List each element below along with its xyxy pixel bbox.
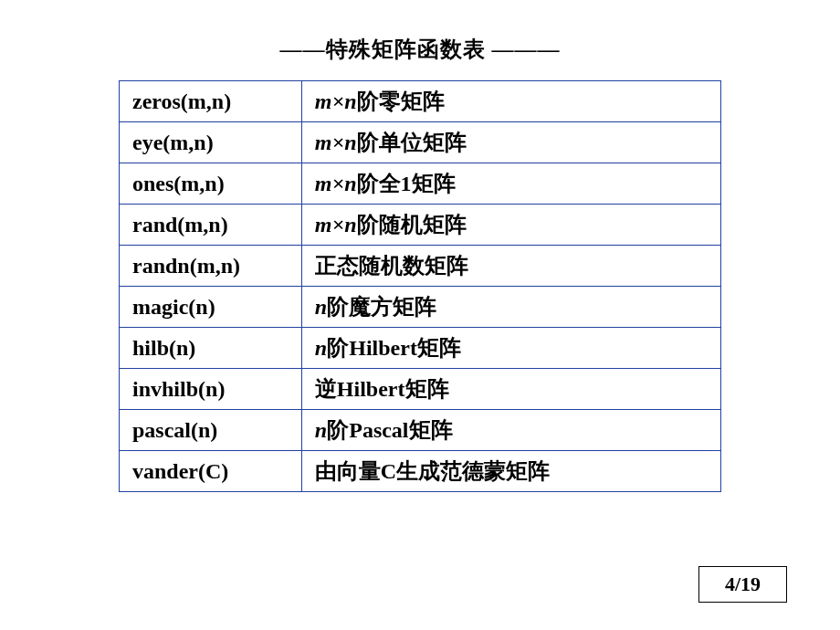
table-row: vander(C) 由向量C生成范德蒙矩阵 xyxy=(120,451,721,492)
desc-prefix: n xyxy=(315,336,327,360)
desc-cell: m×n阶零矩阵 xyxy=(301,81,720,122)
desc-prefix: m×n xyxy=(315,89,357,113)
func-cell: magic(n) xyxy=(120,287,302,328)
func-cell: eye(m,n) xyxy=(120,122,302,163)
desc-prefix: m×n xyxy=(315,131,357,154)
desc-cell: m×n阶全1矩阵 xyxy=(301,163,720,205)
slide-title: ——特殊矩阵函数表 ——— xyxy=(0,0,840,64)
desc-rest: 阶零矩阵 xyxy=(357,89,445,113)
table-row: hilb(n) n阶Hilbert矩阵 xyxy=(120,328,721,369)
table-row: pascal(n) n阶Pascal矩阵 xyxy=(120,410,721,451)
table-row: magic(n) n阶魔方矩阵 xyxy=(120,287,721,328)
func-cell: rand(m,n) xyxy=(120,205,302,246)
desc-rest: 由向量C生成范德蒙矩阵 xyxy=(315,459,550,483)
func-cell: randn(m,n) xyxy=(120,246,302,287)
table-row: randn(m,n) 正态随机数矩阵 xyxy=(120,246,721,287)
desc-cell: n阶Pascal矩阵 xyxy=(301,410,720,451)
func-cell: ones(m,n) xyxy=(120,163,302,205)
func-cell: zeros(m,n) xyxy=(120,81,302,122)
title-prefix: —— xyxy=(280,37,326,61)
desc-rest: 阶Hilbert矩阵 xyxy=(327,336,461,360)
desc-rest: 正态随机数矩阵 xyxy=(315,254,468,278)
desc-rest: 阶单位矩阵 xyxy=(357,131,467,154)
slide: ——特殊矩阵函数表 ——— zeros(m,n) m×n阶零矩阵 eye(m,n… xyxy=(0,0,840,630)
desc-cell: m×n阶随机矩阵 xyxy=(301,205,720,246)
desc-prefix: n xyxy=(315,295,327,319)
func-cell: vander(C) xyxy=(120,451,302,492)
desc-prefix: m×n xyxy=(315,172,357,195)
table-row: eye(m,n) m×n阶单位矩阵 xyxy=(120,122,721,163)
desc-cell: n阶Hilbert矩阵 xyxy=(301,328,720,369)
table-row: ones(m,n) m×n阶全1矩阵 xyxy=(120,163,721,205)
table-body: zeros(m,n) m×n阶零矩阵 eye(m,n) m×n阶单位矩阵 one… xyxy=(120,81,721,492)
desc-prefix: m×n xyxy=(315,213,357,236)
desc-prefix: n xyxy=(315,418,327,442)
desc-rest: 阶全1矩阵 xyxy=(357,172,456,195)
desc-cell: 由向量C生成范德蒙矩阵 xyxy=(301,451,720,492)
func-cell: pascal(n) xyxy=(120,410,302,451)
desc-rest: 阶随机矩阵 xyxy=(357,213,467,236)
title-text: 特殊矩阵函数表 xyxy=(326,37,486,61)
page-number: 4/19 xyxy=(698,566,787,603)
func-cell: hilb(n) xyxy=(120,328,302,369)
desc-cell: 正态随机数矩阵 xyxy=(301,246,720,287)
title-suffix: ——— xyxy=(486,37,561,61)
desc-rest: 阶Pascal矩阵 xyxy=(327,418,452,442)
table-container: zeros(m,n) m×n阶零矩阵 eye(m,n) m×n阶单位矩阵 one… xyxy=(119,80,721,492)
desc-cell: 逆Hilbert矩阵 xyxy=(301,369,720,410)
table-row: rand(m,n) m×n阶随机矩阵 xyxy=(120,205,721,246)
desc-rest: 逆Hilbert矩阵 xyxy=(315,377,449,401)
desc-cell: m×n阶单位矩阵 xyxy=(301,122,720,163)
desc-cell: n阶魔方矩阵 xyxy=(301,287,720,328)
table-row: invhilb(n) 逆Hilbert矩阵 xyxy=(120,369,721,410)
func-cell: invhilb(n) xyxy=(120,369,302,410)
function-table: zeros(m,n) m×n阶零矩阵 eye(m,n) m×n阶单位矩阵 one… xyxy=(119,80,721,492)
desc-rest: 阶魔方矩阵 xyxy=(327,295,436,319)
table-row: zeros(m,n) m×n阶零矩阵 xyxy=(120,81,721,122)
